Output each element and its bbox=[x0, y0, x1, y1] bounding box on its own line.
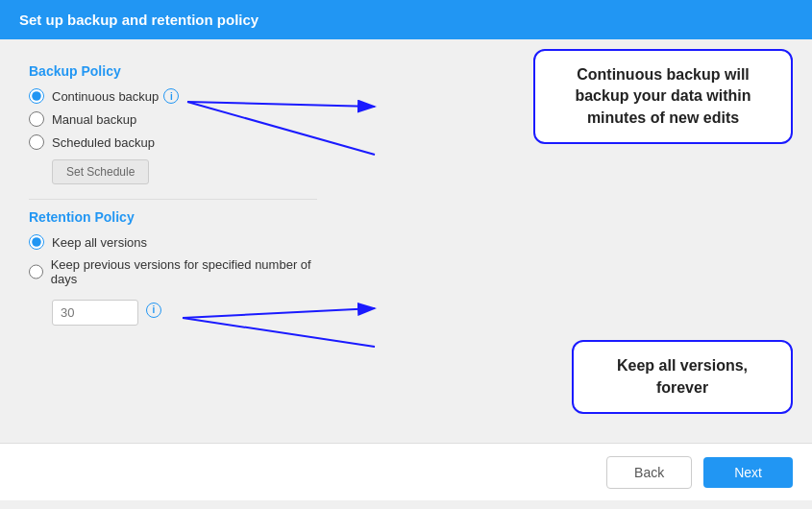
days-info-icon[interactable]: i bbox=[146, 303, 161, 318]
radio-manual-input[interactable] bbox=[29, 111, 44, 127]
days-info-row: i bbox=[29, 294, 317, 326]
tooltip-retention: Keep all versions, forever bbox=[572, 340, 793, 414]
radio-scheduled-label: Scheduled backup bbox=[52, 135, 155, 150]
radio-manual: Manual backup bbox=[29, 111, 317, 127]
section-divider bbox=[29, 199, 317, 200]
set-schedule-button[interactable]: Set Schedule bbox=[52, 159, 149, 184]
tooltip-backup-text: Continuous backup will backup your data … bbox=[575, 66, 750, 126]
radio-keep-days-input[interactable] bbox=[29, 264, 43, 279]
left-panel: Backup Policy Continuous backup i Manual… bbox=[29, 59, 317, 433]
radio-continuous: Continuous backup i bbox=[29, 88, 317, 104]
footer: Back Next bbox=[0, 443, 812, 500]
radio-keep-all-label: Keep all versions bbox=[52, 235, 147, 250]
radio-scheduled: Scheduled backup bbox=[29, 134, 317, 150]
page-header: Set up backup and retention policy bbox=[0, 0, 812, 39]
backup-policy-options: Continuous backup i Manual backup Schedu… bbox=[29, 88, 317, 184]
radio-keep-days-label: Keep previous versions for specified num… bbox=[51, 257, 317, 286]
radio-keep-days: Keep previous versions for specified num… bbox=[29, 257, 317, 286]
retention-policy-options: Keep all versions Keep previous versions… bbox=[29, 234, 317, 326]
radio-keep-all-input[interactable] bbox=[29, 234, 44, 250]
radio-continuous-input[interactable] bbox=[29, 88, 44, 104]
days-input[interactable] bbox=[52, 300, 138, 326]
back-button[interactable]: Back bbox=[606, 456, 692, 489]
radio-scheduled-input[interactable] bbox=[29, 134, 44, 150]
radio-manual-label: Manual backup bbox=[52, 112, 136, 127]
main-content: Backup Policy Continuous backup i Manual… bbox=[0, 39, 812, 443]
backup-policy-title: Backup Policy bbox=[29, 63, 317, 79]
next-button[interactable]: Next bbox=[703, 457, 793, 488]
tooltip-retention-text: Keep all versions, forever bbox=[617, 357, 748, 395]
tooltip-backup: Continuous backup will backup your data … bbox=[533, 49, 793, 144]
radio-continuous-label: Continuous backup bbox=[52, 89, 159, 104]
page-title: Set up backup and retention policy bbox=[19, 12, 258, 28]
radio-keep-all: Keep all versions bbox=[29, 234, 317, 250]
retention-policy-title: Retention Policy bbox=[29, 209, 317, 225]
continuous-info-icon[interactable]: i bbox=[163, 88, 179, 104]
